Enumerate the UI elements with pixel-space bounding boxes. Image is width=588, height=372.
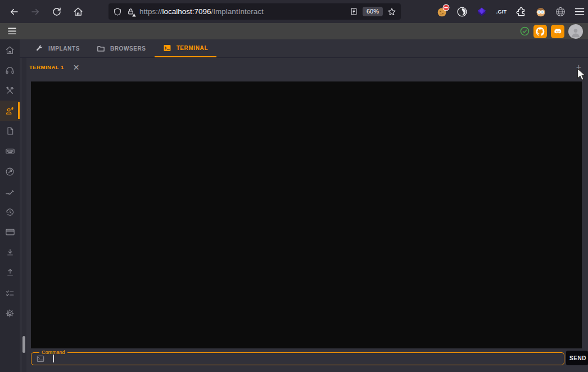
app-menu-icon[interactable]	[7, 28, 17, 35]
reload-button[interactable]	[52, 7, 62, 17]
url-path: /ImplantInteract	[211, 7, 264, 16]
globe-grid-icon[interactable]	[555, 6, 566, 17]
extension-toolbar: .GIT	[437, 0, 585, 23]
app-header	[0, 23, 588, 39]
reader-view-icon[interactable]	[350, 7, 358, 16]
url-scheme: https://	[139, 7, 162, 16]
terminal-prompt-icon	[36, 355, 45, 362]
sidebar-item-settings[interactable]	[0, 303, 20, 323]
file-icon	[6, 126, 15, 135]
github-button[interactable]	[533, 25, 547, 38]
terminal-tab[interactable]: TERMINAL 1	[29, 64, 64, 70]
purple-gem-icon[interactable]	[476, 6, 487, 17]
sidebar-item-credentials[interactable]	[0, 222, 20, 242]
tab-browsers[interactable]: BROWSERS	[88, 39, 155, 57]
status-check-icon	[520, 26, 530, 36]
keyboard-icon	[5, 146, 15, 156]
url-text: https://localhost:7096/ImplantInteract	[139, 7, 345, 16]
user-avatar[interactable]	[568, 24, 583, 39]
sidebar-item-keylogger[interactable]	[0, 141, 20, 161]
github-icon	[535, 26, 545, 37]
text-caret	[53, 355, 54, 362]
cookie-blocker-icon[interactable]	[437, 6, 448, 17]
sidebar-item-home[interactable]	[0, 40, 20, 60]
bookmark-star-icon[interactable]	[387, 7, 396, 16]
tab-bar: IMPLANTS BROWSERS TERMINAL	[20, 39, 588, 58]
sidebar-item-download[interactable]	[0, 242, 20, 262]
sidebar-item-pivot[interactable]	[0, 182, 20, 202]
back-button[interactable]	[9, 7, 19, 17]
sidebar-item-tools[interactable]	[0, 80, 20, 101]
url-host: localhost:7096	[162, 7, 211, 16]
privacy-circle-icon[interactable]	[456, 6, 468, 17]
tab-label: TERMINAL	[177, 45, 208, 51]
listeners-headphones-icon	[5, 66, 15, 75]
credentials-card-icon	[5, 227, 15, 237]
tab-label: IMPLANTS	[48, 46, 80, 52]
sidebar-item-implant-interact[interactable]	[0, 101, 20, 121]
sidebar-item-services[interactable]	[0, 161, 20, 182]
connection-lock-icon[interactable]	[126, 7, 135, 16]
tasks-checklist-icon	[5, 288, 15, 298]
disguise-face-icon[interactable]	[535, 6, 546, 17]
wrench-icon	[35, 44, 43, 52]
folder-icon	[97, 44, 105, 53]
service-wrench-circle-icon	[5, 167, 15, 176]
git-extension-label: .GIT	[496, 9, 507, 15]
settings-gear-icon	[5, 309, 15, 318]
main-panel: IMPLANTS BROWSERS TERMINAL TERMINAL 1 ✕ …	[20, 39, 588, 372]
tracking-shield-icon[interactable]	[113, 7, 122, 16]
tab-implants[interactable]: IMPLANTS	[27, 39, 88, 57]
sidebar-item-listeners[interactable]	[0, 60, 20, 80]
sidebar-item-history[interactable]	[0, 202, 20, 222]
git-extension-icon[interactable]: .GIT	[496, 6, 507, 17]
extensions-puzzle-icon[interactable]	[515, 6, 527, 17]
sidebar-item-files[interactable]	[0, 121, 20, 141]
discord-button[interactable]	[551, 25, 564, 38]
browser-chrome: https://localhost:7096/ImplantInteract 6…	[0, 0, 588, 23]
forward-button[interactable]	[30, 7, 40, 17]
history-icon	[5, 207, 15, 217]
sidebar	[0, 39, 20, 372]
implant-interact-icon	[5, 106, 15, 116]
download-icon	[6, 248, 15, 257]
tab-terminal[interactable]: TERMINAL	[155, 39, 216, 57]
close-terminal-tab-icon[interactable]: ✕	[73, 63, 80, 71]
sidebar-item-tasks[interactable]	[0, 283, 20, 303]
upload-icon	[6, 268, 15, 277]
url-bar[interactable]: https://localhost:7096/ImplantInteract 6…	[108, 3, 401, 20]
command-input[interactable]: Command	[31, 350, 564, 365]
tab-label: BROWSERS	[110, 46, 146, 52]
home-icon	[5, 46, 15, 55]
home-button[interactable]	[73, 7, 83, 17]
sidebar-item-upload[interactable]	[0, 262, 20, 283]
person-icon	[569, 26, 582, 39]
terminal-screen[interactable]	[31, 81, 582, 348]
add-terminal-button[interactable]: +	[576, 63, 581, 72]
pivot-pipe-icon	[5, 187, 15, 197]
zoom-level-badge[interactable]: 60%	[363, 7, 383, 16]
send-button[interactable]: SEND	[566, 351, 588, 365]
terminal-icon	[163, 44, 171, 52]
browser-menu-icon[interactable]	[575, 8, 585, 16]
command-row: Command SEND	[31, 350, 588, 365]
terminal-tab-strip: TERMINAL 1 ✕ +	[20, 58, 588, 76]
tools-icon	[5, 86, 15, 96]
scrollbar-track[interactable]	[22, 58, 26, 372]
discord-icon	[553, 26, 563, 36]
scrollbar-thumb[interactable]	[22, 336, 25, 353]
